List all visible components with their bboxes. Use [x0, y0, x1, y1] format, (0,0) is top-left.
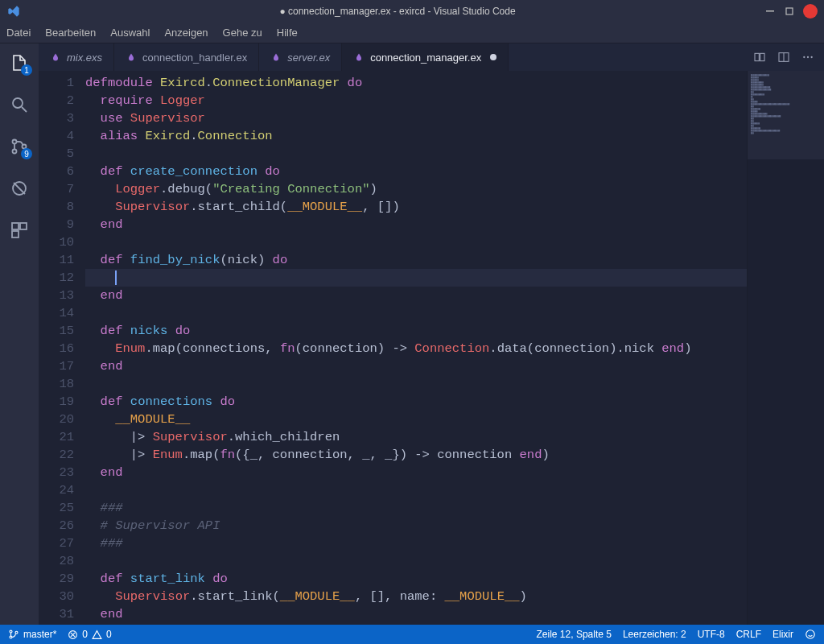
extensions-icon[interactable]	[8, 219, 31, 242]
svg-rect-9	[12, 223, 19, 229]
editor-tab[interactable]: connection_handler.ex	[114, 43, 259, 71]
statusbar: master* 0 0 Zeile 12, Spalte 5 Leerzeich…	[0, 625, 824, 644]
svg-rect-13	[760, 53, 764, 60]
svg-line-8	[14, 183, 25, 194]
split-editor-icon[interactable]	[777, 51, 790, 64]
status-eol[interactable]: CRLF	[736, 629, 761, 640]
window-title: ● connection_manager.ex - exircd - Visua…	[31, 6, 764, 17]
status-feedback-icon[interactable]	[805, 629, 816, 640]
tab-label: server.ex	[287, 52, 330, 64]
window-minimize-icon[interactable]	[764, 6, 776, 17]
dirty-indicator-icon	[490, 54, 496, 60]
debug-icon[interactable]	[8, 177, 31, 200]
menu-item[interactable]: Anzeigen	[164, 27, 208, 39]
svg-rect-10	[20, 223, 27, 229]
menu-item[interactable]: Hilfe	[277, 27, 298, 39]
menu-item[interactable]: Auswahl	[110, 27, 150, 39]
svg-point-17	[807, 56, 809, 58]
minimap-slider[interactable]	[748, 71, 824, 159]
svg-rect-11	[12, 231, 19, 237]
svg-point-25	[806, 630, 815, 639]
code-editor[interactable]: 1234567891011121314151617181920212223242…	[39, 71, 824, 625]
menu-item[interactable]: Gehe zu	[223, 27, 262, 39]
compare-icon[interactable]	[753, 51, 766, 64]
menu-item[interactable]: Bearbeiten	[45, 27, 96, 39]
source-control-icon[interactable]: 9	[8, 135, 31, 158]
status-branch[interactable]: master*	[8, 629, 56, 640]
svg-rect-1	[786, 8, 793, 14]
editor-tab[interactable]: connection_manager.ex	[342, 43, 509, 71]
line-number-gutter: 1234567891011121314151617181920212223242…	[39, 71, 85, 625]
window-close-icon[interactable]	[803, 4, 818, 19]
editor-tab[interactable]: mix.exs	[39, 43, 114, 71]
titlebar: ● connection_manager.ex - exircd - Visua…	[0, 0, 824, 23]
elixir-file-icon	[270, 52, 282, 63]
svg-rect-0	[766, 10, 774, 12]
svg-point-4	[13, 140, 17, 144]
scm-badge: 9	[21, 148, 32, 159]
editor-area: mix.exsconnection_handler.exserver.excon…	[39, 43, 824, 625]
svg-line-3	[22, 107, 27, 112]
status-spaces[interactable]: Leerzeichen: 2	[623, 629, 686, 640]
svg-point-20	[10, 636, 12, 638]
window-maximize-icon[interactable]	[784, 6, 795, 17]
explorer-icon[interactable]: 1	[8, 52, 31, 74]
status-encoding[interactable]: UTF-8	[698, 629, 725, 640]
elixir-file-icon	[353, 52, 365, 63]
vscode-logo-icon	[6, 4, 21, 19]
svg-point-16	[803, 56, 805, 58]
svg-point-2	[13, 98, 23, 108]
svg-point-21	[15, 631, 18, 634]
svg-point-18	[811, 56, 813, 58]
svg-rect-12	[755, 53, 759, 60]
svg-point-19	[10, 630, 12, 633]
code-content[interactable]: defmodule Exircd.ConnectionManager do re…	[85, 71, 747, 625]
elixir-file-icon	[50, 52, 61, 63]
tab-label: connection_manager.ex	[370, 52, 481, 64]
status-language[interactable]: Elixir	[772, 629, 793, 640]
search-icon[interactable]	[8, 93, 31, 116]
activitybar: 1 9	[0, 43, 39, 625]
editor-tab[interactable]: server.ex	[259, 43, 342, 71]
explorer-badge: 1	[21, 64, 32, 76]
menu-item[interactable]: Datei	[6, 27, 31, 39]
status-problems[interactable]: 0 0	[68, 629, 111, 640]
status-position[interactable]: Zeile 12, Spalte 5	[537, 629, 612, 640]
menubar: Datei Bearbeiten Auswahl Anzeigen Gehe z…	[0, 23, 824, 43]
tab-label: connection_handler.ex	[142, 52, 247, 64]
elixir-file-icon	[126, 52, 137, 63]
minimap[interactable]: ████████████████████████████████████████…	[747, 71, 824, 625]
more-icon[interactable]	[801, 51, 814, 64]
editor-tabs: mix.exsconnection_handler.exserver.excon…	[39, 43, 824, 71]
svg-point-5	[13, 150, 17, 154]
tab-label: mix.exs	[67, 52, 102, 64]
